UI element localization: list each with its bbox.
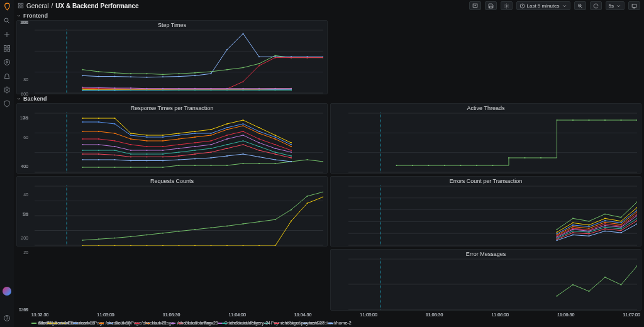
refresh-interval-button[interactable]: 5s (606, 1, 625, 10)
svg-point-114 (147, 88, 148, 89)
svg-point-189 (226, 123, 228, 125)
svg-point-248 (275, 148, 276, 149)
bell-icon[interactable] (3, 72, 11, 80)
panel-response-times[interactable]: Response Times per Transaction3 s2 s1 s0… (16, 103, 328, 174)
panel-request-counts[interactable]: Requests Counts800600400200011:02:3011:0… (16, 176, 328, 247)
svg-point-280 (114, 159, 116, 160)
svg-point-277 (291, 157, 292, 158)
svg-point-118 (211, 88, 212, 89)
svg-point-145 (194, 75, 196, 76)
svg-point-266 (114, 155, 116, 156)
clock-icon (519, 3, 525, 9)
refresh-button[interactable] (590, 1, 602, 10)
svg-point-247 (258, 142, 260, 143)
svg-point-281 (130, 160, 131, 162)
svg-point-218 (243, 125, 244, 126)
gear-icon[interactable] (3, 86, 11, 94)
svg-point-418 (572, 229, 574, 230)
panel-error-messages[interactable]: Error Messages60040020011:02:3011:03:001… (330, 249, 641, 311)
panel-errors-count[interactable]: Errors Count per Transaction100806040200… (330, 176, 641, 247)
dashboards-icon[interactable] (3, 45, 11, 52)
chevron-down-icon (562, 3, 567, 9)
svg-point-242 (179, 148, 180, 149)
svg-point-328 (179, 231, 180, 232)
svg-point-199 (162, 136, 164, 138)
svg-point-401 (621, 224, 622, 225)
zoom-out-button[interactable] (574, 1, 586, 10)
svg-point-387 (557, 233, 558, 235)
panel-step-times[interactable]: Step Times15 s10 s5 s0 ms11:02:3011:03:0… (16, 20, 328, 94)
svg-point-146 (211, 73, 212, 74)
panel-active-threads[interactable]: Active Threads5040302011:02:3011:03:0011… (330, 103, 641, 174)
svg-point-217 (226, 129, 228, 130)
svg-point-252 (114, 150, 116, 151)
svg-point-188 (211, 129, 212, 130)
svg-point-171 (243, 163, 244, 164)
row-header-frontend[interactable]: Frontend (16, 13, 641, 19)
add-panel-button[interactable] (469, 1, 481, 10)
svg-point-244 (211, 144, 212, 145)
svg-point-390 (604, 220, 606, 221)
svg-point-170 (226, 165, 228, 166)
svg-point-150 (275, 56, 276, 57)
svg-point-450 (604, 230, 606, 231)
svg-point-463 (589, 291, 590, 292)
svg-point-306 (540, 157, 541, 158)
plus-icon[interactable] (3, 31, 11, 38)
svg-point-208 (82, 131, 84, 132)
svg-marker-9 (6, 61, 8, 64)
svg-point-166 (162, 167, 164, 168)
svg-point-399 (589, 228, 590, 229)
panel-title: Errors Count per Transaction (331, 177, 641, 184)
svg-point-139 (98, 76, 99, 77)
svg-point-117 (194, 88, 196, 89)
svg-point-120 (243, 88, 244, 89)
svg-point-259 (226, 144, 228, 145)
row-header-backend[interactable]: Backend (16, 96, 641, 102)
svg-point-42 (243, 67, 244, 69)
chart-plot (348, 186, 637, 246)
search-icon[interactable] (3, 17, 11, 25)
svg-rect-5 (8, 46, 10, 48)
svg-point-332 (243, 223, 244, 224)
svg-point-368 (572, 218, 574, 219)
svg-point-324 (114, 238, 116, 239)
svg-point-240 (147, 150, 148, 151)
svg-point-203 (226, 127, 228, 128)
shield-icon[interactable] (3, 100, 11, 108)
avatar[interactable] (3, 287, 11, 296)
svg-point-408 (572, 228, 574, 229)
breadcrumb[interactable]: General / UX & Backend Performance (18, 3, 139, 9)
svg-point-0 (4, 18, 8, 22)
svg-point-125 (98, 89, 99, 91)
time-picker-button[interactable]: Last 5 minutes (516, 1, 570, 10)
svg-point-127 (130, 89, 131, 91)
svg-point-164 (130, 167, 131, 168)
tv-mode-button[interactable] (628, 1, 640, 10)
svg-point-284 (179, 159, 180, 160)
svg-point-298 (412, 165, 413, 166)
breadcrumb-folder: General (26, 3, 49, 9)
svg-point-183 (130, 133, 131, 134)
grafana-logo-icon[interactable] (3, 3, 11, 11)
svg-point-438 (572, 232, 574, 233)
svg-point-297 (396, 165, 397, 166)
svg-point-134 (243, 89, 244, 91)
svg-point-206 (275, 136, 276, 138)
svg-point-12 (7, 320, 8, 321)
help-icon[interactable] (3, 314, 11, 322)
svg-point-381 (621, 221, 622, 222)
svg-point-195 (98, 121, 99, 123)
svg-point-201 (194, 133, 196, 134)
svg-point-122 (275, 88, 276, 89)
svg-point-225 (130, 144, 131, 145)
svg-point-419 (589, 230, 590, 231)
explore-icon[interactable] (3, 58, 11, 66)
svg-point-461 (557, 296, 558, 297)
svg-point-32 (82, 69, 84, 70)
settings-button[interactable] (501, 1, 513, 10)
svg-point-260 (243, 140, 244, 141)
page-title: UX & Backend Performance (55, 3, 138, 9)
save-button[interactable] (485, 1, 497, 10)
svg-point-282 (147, 160, 148, 162)
